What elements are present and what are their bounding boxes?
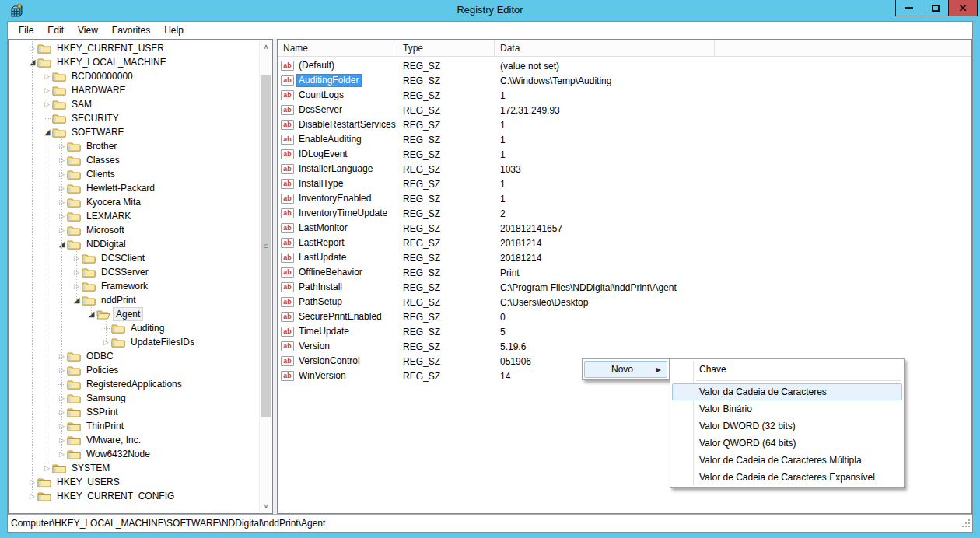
value-row-inventorytimeupdate[interactable]: abInventoryTimeUpdateREG_SZ2 — [278, 206, 971, 221]
string-value-icon: ab — [281, 327, 294, 337]
folder-icon — [67, 211, 81, 222]
value-type: REG_SZ — [397, 149, 495, 160]
menubar-item-help[interactable]: Help — [157, 23, 191, 38]
submenu-item-valor-de-cadeia-de-caracteres-m-ltipla[interactable]: Valor de Cadeia de Caracteres Múltipla — [672, 452, 902, 469]
tree-item-label: HKEY_USERS — [54, 475, 123, 489]
value-row-version[interactable]: abVersionREG_SZ5.19.6 — [278, 339, 971, 354]
value-row-auditingfolder[interactable]: abAuditingFolderREG_SZC:\Windows\Temp\Au… — [278, 73, 971, 88]
value-data: 1 — [495, 194, 971, 204]
tree-item-label: DCSClient — [98, 251, 148, 265]
value-data: 1 — [495, 90, 971, 101]
tree-item-hkey-current-user[interactable]: ▷ HKEY_CURRENT_USER — [9, 41, 259, 55]
value-row-installerlanguage[interactable]: abInstallerLanguageREG_SZ1033 — [278, 162, 971, 176]
value-type: REG_SZ — [397, 297, 495, 308]
value-type: REG_SZ — [397, 312, 495, 323]
value-row-pathsetup[interactable]: abPathSetupREG_SZC:\Users\leo\Desktop — [278, 295, 971, 309]
tree-item-label: NDDigital — [83, 237, 129, 251]
value-name: InstallType — [296, 177, 346, 190]
value-type: REG_SZ — [397, 90, 495, 101]
value-name: TimeUpdate — [296, 325, 352, 338]
folder-icon — [67, 435, 81, 445]
value-data: 201812141657 — [495, 223, 971, 234]
tree-item-label: Microsoft — [83, 223, 128, 237]
value-row-idlogevent[interactable]: abIDLogEventREG_SZ1 — [278, 147, 971, 162]
value-row-timeupdate[interactable]: abTimeUpdateREG_SZ5 — [278, 324, 971, 339]
submenu-item-chave[interactable]: Chave — [672, 361, 902, 378]
menubar: FileEditViewFavoritesHelp — [8, 22, 972, 39]
value-row-disablerestartservices[interactable]: abDisableRestartServicesREG_SZ1 — [278, 117, 971, 132]
value-type: REG_SZ — [397, 267, 495, 278]
menubar-item-file[interactable]: File — [12, 23, 40, 38]
value-row-offlinebehavior[interactable]: abOfflineBehaviorREG_SZPrint — [278, 265, 971, 280]
value-row-enableauditing[interactable]: abEnableAuditingREG_SZ1 — [278, 132, 971, 147]
tree-item-label: Hewlett-Packard — [83, 181, 158, 195]
submenu-item-valor-bin-rio[interactable]: Valor Binário — [672, 400, 902, 417]
string-value-icon: ab — [281, 253, 294, 263]
folder-icon — [111, 323, 125, 334]
close-button[interactable]: ✕ — [948, 0, 978, 16]
value-row-lastupdate[interactable]: abLastUpdateREG_SZ20181214 — [278, 250, 971, 265]
value-type: REG_SZ — [397, 282, 495, 293]
folder-icon — [111, 337, 125, 348]
value-row-inventoryenabled[interactable]: abInventoryEnabledREG_SZ1 — [278, 191, 971, 206]
folder-icon — [52, 113, 66, 124]
value-name: AuditingFolder — [296, 74, 362, 87]
menubar-item-edit[interactable]: Edit — [40, 23, 71, 38]
value-row-countlogs[interactable]: abCountLogsREG_SZ1 — [278, 88, 971, 103]
folder-icon — [37, 477, 51, 487]
value-row-installtype[interactable]: abInstallTypeREG_SZ1 — [278, 176, 971, 191]
value-row-lastmonitor[interactable]: abLastMonitorREG_SZ201812141657 — [278, 221, 971, 236]
maximize-button[interactable] — [922, 0, 949, 16]
value-row-pathinstall[interactable]: abPathInstallREG_SZC:\Program Files\NDDi… — [278, 280, 971, 295]
menubar-item-view[interactable]: View — [71, 23, 105, 38]
string-value-icon: ab — [281, 282, 294, 292]
tree-guide-line — [76, 248, 77, 300]
column-header-data[interactable]: Data — [495, 40, 715, 56]
minimize-button[interactable] — [895, 0, 922, 16]
string-value-icon: ab — [281, 341, 294, 351]
tree-item-label: Framework — [98, 279, 151, 293]
tree-scrollbar[interactable]: ∧ ≡ ∨ — [259, 40, 271, 512]
string-value-icon: ab — [281, 164, 294, 174]
value-data: 1 — [495, 134, 971, 145]
value-data: 20181214 — [495, 253, 971, 264]
submenu-item-valor-qword-64-bits-[interactable]: Valor QWORD (64 bits) — [672, 435, 902, 452]
menubar-item-favorites[interactable]: Favorites — [105, 23, 157, 38]
column-header-name[interactable]: Name — [278, 40, 397, 56]
tree-item-hkey-current-config[interactable]: ▷ HKEY_CURRENT_CONFIG — [9, 489, 259, 503]
value-row-secureprintenabled[interactable]: abSecurePrintEnabledREG_SZ0 — [278, 309, 971, 324]
value-row--default-[interactable]: ab(Default)REG_SZ(value not set) — [278, 58, 971, 73]
value-name: InventoryTimeUpdate — [296, 207, 390, 220]
value-data: 2 — [495, 208, 971, 219]
resize-grip-icon[interactable] — [961, 518, 971, 530]
tree-item-label: Brother — [83, 139, 120, 153]
string-value-icon: ab — [281, 371, 294, 381]
string-value-icon: ab — [281, 356, 294, 366]
value-row-lastreport[interactable]: abLastReportREG_SZ20181214 — [278, 236, 971, 250]
value-type: REG_SZ — [397, 194, 495, 204]
scrollbar-thumb[interactable]: ≡ — [261, 75, 271, 417]
value-data: 172.31.249.93 — [495, 105, 971, 116]
scroll-down-icon[interactable]: ∨ — [260, 500, 272, 512]
value-row-dcsserver[interactable]: abDcsServerREG_SZ172.31.249.93 — [278, 103, 971, 117]
string-value-icon: ab — [281, 194, 294, 204]
submenu-item-valor-de-cadeia-de-caracteres-expans-vel[interactable]: Valor de Cadeia de Caracteres Expansível — [672, 469, 902, 486]
context-menu-item-new[interactable]: Novo ▶ — [584, 361, 667, 378]
tree-guide-line — [91, 304, 92, 314]
statusbar: Computer\HKEY_LOCAL_MACHINE\SOFTWARE\NDD… — [8, 514, 972, 532]
folder-icon — [67, 155, 81, 166]
list-header: Name Type Data — [278, 40, 971, 57]
close-icon: ✕ — [959, 3, 968, 13]
value-name: PathSetup — [296, 295, 345, 309]
tree-item-label: ODBC — [83, 349, 117, 363]
folder-icon — [67, 393, 81, 404]
scroll-up-icon[interactable]: ∧ — [260, 40, 272, 53]
value-type: REG_SZ — [397, 105, 495, 116]
value-type: REG_SZ — [397, 253, 495, 264]
column-header-type[interactable]: Type — [397, 40, 495, 56]
submenu-item-valor-dword-32-bits-[interactable]: Valor DWORD (32 bits) — [672, 417, 902, 435]
string-value-icon: ab — [281, 75, 294, 86]
submenu-arrow-icon: ▶ — [656, 366, 661, 373]
tree-item-hkey-users[interactable]: ▷ HKEY_USERS — [9, 475, 259, 489]
submenu-item-valor-da-cadeia-de-caracteres[interactable]: Valor da Cadeia de Caracteres — [672, 383, 902, 400]
